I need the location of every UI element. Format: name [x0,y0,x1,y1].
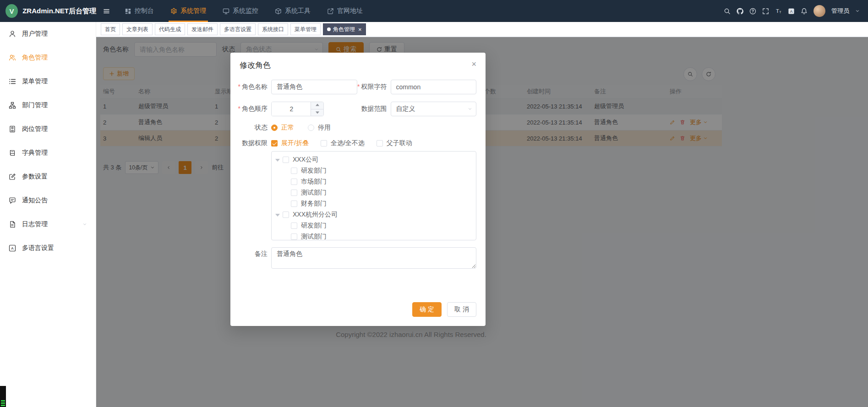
perm-char-field: 权限字符 [357,80,477,94]
caret-down-icon[interactable] [273,211,283,219]
sidebar-item-label: 部门管理 [22,101,48,109]
radio-disabled[interactable]: 停用 [308,124,331,132]
data-scope-field: 数据范围 自定义 [357,102,477,116]
role-name-field: 角色名称 [238,80,357,94]
tree-node[interactable]: 研发部门 [272,165,476,176]
user-name[interactable]: 管理员 [831,7,849,15]
tree-checkbox[interactable] [291,222,297,229]
tree-checkbox[interactable] [291,233,297,240]
sidebar-item-notices[interactable]: 通知公告 [0,189,96,212]
confirm-button[interactable]: 确 定 [412,302,442,317]
field-label: 角色顺序 [238,105,271,113]
active-dot [327,27,331,31]
perm-char-input[interactable] [391,80,477,94]
document-icon [9,221,16,228]
increase-button[interactable] [311,102,323,109]
checkbox-box [321,140,327,147]
tab-code-gen[interactable]: 代码生成 [155,23,185,35]
tab-home[interactable]: 首页 [101,23,120,35]
tree-node[interactable]: 市场部门 [272,176,476,187]
tree-checkbox[interactable] [291,168,297,174]
github-icon[interactable] [737,8,743,15]
app-root: { "colors": { "accent": "#ef9126", "head… [0,0,868,407]
field-label: 备注 [238,247,271,258]
sidebar-item-roles[interactable]: 角色管理 [0,46,96,70]
fullscreen-icon[interactable] [762,8,769,15]
sidebar-item-i18n[interactable]: A 多语言设置 [0,236,96,260]
tab-i18n[interactable]: 多语言设置 [220,23,256,35]
decrease-button[interactable] [311,109,323,116]
nav-item-system-tools[interactable]: 系统工具 [267,0,319,22]
search-icon[interactable] [724,8,731,15]
tree-node[interactable]: 财务部门 [272,198,476,209]
bell-icon[interactable] [801,8,808,15]
caret-down-icon[interactable] [273,156,283,164]
stepper-controls [311,102,323,116]
monitor-icon [223,8,229,15]
field-label: 角色名称 [238,83,271,91]
nav-item-console[interactable]: 控制台 [116,0,162,22]
avatar[interactable] [813,5,825,17]
svg-text:A: A [790,9,793,13]
sidebar-item-users[interactable]: 用户管理 [0,22,96,46]
language-icon[interactable]: A [788,8,795,15]
nav-label: 系统监控 [233,7,258,15]
tab-system-api[interactable]: 系统接口 [258,23,288,35]
nav-item-system-monitor[interactable]: 系统监控 [214,0,267,22]
tree-checkbox[interactable] [283,212,289,218]
data-scope-select[interactable]: 自定义 [391,102,477,116]
tree-checkbox[interactable] [291,201,297,207]
perf-monitor [0,386,6,407]
role-order-input[interactable] [272,102,311,116]
font-size-icon[interactable]: TT [775,8,782,15]
question-icon[interactable] [749,8,756,15]
tree-checkbox[interactable] [291,179,297,185]
logo-letter: V [10,7,14,15]
select-all-checkbox[interactable]: 全选/全不选 [321,139,365,147]
sidebar-item-label: 用户管理 [22,30,48,38]
sidebar-item-departments[interactable]: 部门管理 [0,93,96,117]
tree-node[interactable]: 研发部门 [272,220,476,231]
edit-square-icon [9,173,16,180]
sidebar: 用户管理 角色管理 菜单管理 部门管理 岗位管理 字典管理 参数设置 通知公告 … [0,22,96,407]
tree-node[interactable]: XXX公司 [272,154,476,165]
checkbox-label: 全选/全不选 [331,139,365,147]
tree-checkbox[interactable] [283,157,289,163]
hamburger-icon [103,8,110,15]
sidebar-item-label: 日志管理 [22,220,48,228]
role-name-input[interactable] [271,80,357,94]
dialog-body: 角色名称 权限字符 角色顺序 数据范围 [230,71,486,269]
close-icon[interactable] [358,27,362,33]
nav-item-official-site[interactable]: 官网地址 [319,0,371,22]
form-row: 角色名称 权限字符 [238,80,476,94]
tree-node-label: 研发部门 [301,222,327,230]
sidebar-item-label: 岗位管理 [22,125,48,133]
tab-send-mail[interactable]: 发送邮件 [187,23,218,35]
tab-menu-manage[interactable]: 菜单管理 [290,23,321,35]
sidebar-item-posts[interactable]: 岗位管理 [0,117,96,141]
parent-child-link-checkbox[interactable]: 父子联动 [377,139,412,147]
expand-collapse-checkbox[interactable]: 展开/折叠 [271,139,309,147]
close-icon[interactable]: × [471,60,476,68]
tree-node[interactable]: 测试部门 [272,231,476,240]
checkbox-label: 父子联动 [387,139,412,147]
tab-role-manage[interactable]: 角色管理 [323,23,366,35]
radio-normal[interactable]: 正常 [271,124,294,132]
tree-node[interactable]: XXX杭州分公司 [272,209,476,220]
cancel-button[interactable]: 取 消 [447,302,476,317]
data-scope-value: 自定义 [396,105,468,113]
tree-checkbox[interactable] [291,190,297,196]
checkbox-box [377,140,383,147]
top-nav: 控制台 系统管理 系统监控 系统工具 官网地址 [116,0,371,22]
tree-node[interactable]: 测试部门 [272,187,476,198]
tree-node-label: 测试部门 [301,233,327,240]
sidebar-item-dictionary[interactable]: 字典管理 [0,141,96,165]
sidebar-item-parameters[interactable]: 参数设置 [0,165,96,189]
tab-article-list[interactable]: 文章列表 [122,23,153,35]
menu-toggle-button[interactable] [96,0,116,22]
sidebar-item-menus[interactable]: 菜单管理 [0,70,96,93]
nav-item-system-manage[interactable]: 系统管理 [162,0,214,22]
sidebar-item-logs[interactable]: 日志管理 [0,212,96,236]
remark-textarea[interactable]: 普通角色 [271,247,476,269]
chevron-down-icon [468,107,472,111]
